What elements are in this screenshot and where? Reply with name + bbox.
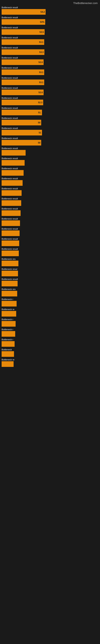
item-label: Bottleneck result [1, 278, 99, 280]
list-item: Bottleneck result52.6 [0, 56, 100, 66]
bar-line: 52.6 [1, 90, 99, 95]
bar [1, 250, 19, 256]
item-label: Bottleneck result [1, 147, 99, 150]
bar: 53.5 [1, 29, 45, 35]
item-label: Bottleneck re [1, 308, 99, 310]
bar-line: 54% [1, 19, 99, 25]
item-label: Bottleneck result [1, 238, 99, 240]
bar-value: 54.2 [41, 11, 45, 13]
list-item: Bottleneck result51 [0, 126, 100, 136]
bar: 50 [1, 120, 41, 126]
bar [1, 291, 17, 296]
item-label: Bottleneck result [1, 77, 99, 79]
item-label: Bottleneck result [1, 228, 99, 230]
bar: 51 [1, 130, 42, 136]
item-label: Bottleneck result [1, 127, 99, 130]
bar-line [1, 351, 99, 357]
item-label: Bottleneck r [1, 298, 99, 300]
bar-line [1, 250, 99, 256]
bar [1, 351, 14, 357]
list-item: Bottleneck result [0, 156, 100, 166]
bar-line [1, 301, 99, 306]
bar: 53.1 [1, 70, 44, 75]
bar [1, 271, 18, 276]
bar-line [1, 150, 99, 156]
list-item: Bottleneck resul [0, 267, 100, 277]
item-label: Bottleneck result [1, 248, 99, 250]
bar-value: 52.6 [39, 91, 43, 94]
bar-line: 53.1 [1, 80, 99, 85]
item-label: Bottleneck result [1, 87, 99, 89]
list-item: Bottleneck result54.2 [0, 6, 100, 16]
list-item: Bottleneck result [0, 247, 100, 257]
bar [1, 180, 23, 186]
bar-value: 54% [40, 21, 44, 23]
item-label: Bottleneck [1, 348, 99, 351]
bar [1, 230, 20, 236]
bar-line [1, 291, 99, 296]
bar-value: 50 [38, 121, 40, 124]
bar-value: 53.1 [39, 81, 43, 84]
bar-line [1, 361, 99, 367]
item-label: Bottleneck result [1, 137, 99, 140]
bar-line [1, 170, 99, 176]
bar [1, 260, 18, 266]
list-item: Bottleneck result51. [0, 106, 100, 116]
bar-line: 52.3 [1, 100, 99, 105]
bar [1, 170, 24, 176]
bar-line: 52.6 [1, 59, 99, 65]
bar-line [1, 311, 99, 316]
list-item: Bottleneck re [0, 307, 100, 317]
bar-value: 52.6 [39, 61, 43, 64]
bar-value: 50 [38, 142, 40, 144]
bar: 50 [1, 140, 41, 146]
bar-line [1, 230, 99, 236]
bar: 53.1 [1, 39, 44, 45]
bar [1, 361, 14, 367]
bar-line [1, 260, 99, 266]
list-item: Bottleneck r [0, 297, 100, 307]
bar [1, 311, 16, 316]
item-label: Bottleneck result [1, 36, 99, 39]
bar [1, 220, 20, 226]
bar-line [1, 190, 99, 196]
list-item: Bottleneck result53.5 [0, 26, 100, 36]
bar-line: 50 [1, 140, 99, 146]
item-label: Bottleneck res [1, 288, 99, 290]
bar-line: 50 [1, 120, 99, 126]
item-label: Bottleneck r [1, 318, 99, 320]
list-item: Bottleneck result [0, 196, 100, 207]
list-item: Bottleneck result53.1 [0, 36, 100, 46]
list-item: Bottleneck result52.3 [0, 96, 100, 106]
bar-line: 53.5 [1, 29, 99, 35]
bar [1, 150, 26, 156]
bar: 54% [1, 19, 45, 25]
bar-line [1, 240, 99, 246]
bar-line: 51 [1, 130, 99, 136]
list-item: Bottleneck result [0, 207, 100, 217]
list-item: Bottleneck result53.1 [0, 66, 100, 76]
item-label: Bottleneck resul [1, 268, 99, 270]
list-item: Bottleneck r [0, 338, 100, 348]
bar-value: 53.3 [39, 51, 44, 53]
bar-value: 53.1 [39, 71, 43, 74]
bar [1, 210, 21, 216]
list-item: Bottleneck r [0, 317, 100, 328]
item-label: Bottleneck result [1, 208, 99, 210]
bar-value: 51 [39, 132, 41, 134]
bar: 51. [1, 110, 42, 115]
list-item: Bottleneck result [0, 176, 100, 186]
list-item: Bottleneck result53.3 [0, 46, 100, 56]
bar [1, 331, 15, 337]
list-item: Bottleneck result [0, 277, 100, 287]
list-item: Bottleneck result [0, 186, 100, 196]
item-label: Bottleneck result [1, 187, 99, 190]
item-label: Bottleneck r [1, 338, 99, 341]
bar [1, 160, 25, 166]
list-item: Bottleneck result [0, 227, 100, 237]
list-item: Bottleneck res [0, 257, 100, 267]
item-label: Bottleneck result [1, 97, 99, 99]
bar [1, 240, 19, 246]
bar: 52.3 [1, 100, 43, 105]
bar-line [1, 200, 99, 206]
